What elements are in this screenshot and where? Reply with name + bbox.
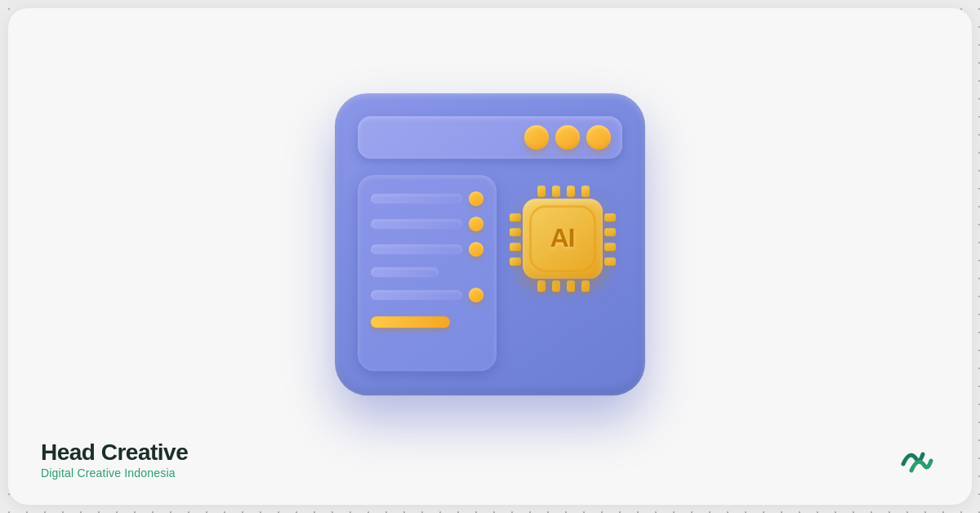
- chip-pin: [567, 185, 575, 197]
- chip-body: AI: [523, 199, 603, 279]
- chip-pin: [510, 228, 521, 236]
- chip-pin: [604, 243, 616, 251]
- browser-topbar: [358, 116, 622, 158]
- content-line: [371, 244, 462, 254]
- brand-info: Head Creative Digital Creative Indonesia: [41, 440, 188, 480]
- main-card: AI Head Creative Digital Creative Indone…: [8, 8, 972, 505]
- browser-window: AI: [335, 93, 645, 395]
- chip-pin: [604, 213, 616, 221]
- chip-pin: [537, 185, 546, 197]
- chip-pin: [510, 213, 521, 221]
- window-dot-3: [586, 125, 611, 149]
- window-dot-2: [555, 125, 580, 149]
- chip-pin: [510, 257, 521, 265]
- chip-ring: [529, 205, 596, 272]
- content-line: [371, 194, 462, 203]
- chip-pin: [581, 185, 590, 197]
- content-row-1: [371, 191, 483, 206]
- content-line-short: [371, 267, 439, 277]
- chip-pin: [537, 280, 546, 292]
- content-bullet: [469, 242, 483, 256]
- logo-svg: [895, 438, 939, 482]
- chip-pin: [552, 185, 560, 197]
- content-line: [371, 219, 462, 229]
- chip-pin: [552, 280, 560, 292]
- chip-pin: [604, 228, 616, 236]
- window-dot-1: [524, 125, 549, 149]
- brand-name: Head Creative: [41, 440, 188, 466]
- left-content-panel: [358, 175, 497, 371]
- content-row-2: [371, 216, 483, 231]
- chip-pin: [604, 257, 616, 265]
- content-row-5: [371, 288, 483, 302]
- content-bullet: [469, 288, 483, 302]
- content-row-3: [371, 242, 483, 256]
- ai-chip: AI: [510, 185, 616, 292]
- chip-pin: [510, 243, 521, 251]
- brand-tagline: Digital Creative Indonesia: [41, 466, 188, 480]
- logo-mark: [895, 438, 939, 482]
- content-bullet: [469, 191, 483, 206]
- ai-chip-wrapper: AI: [499, 175, 626, 301]
- bottom-accent-bar: [371, 316, 450, 328]
- content-row-4: [371, 267, 483, 277]
- content-line: [371, 290, 462, 300]
- illustration-wrapper: AI: [335, 93, 645, 395]
- chip-pin: [567, 280, 575, 292]
- footer: Head Creative Digital Creative Indonesia: [41, 438, 939, 482]
- content-bullet: [469, 216, 483, 231]
- chip-pin: [581, 280, 590, 292]
